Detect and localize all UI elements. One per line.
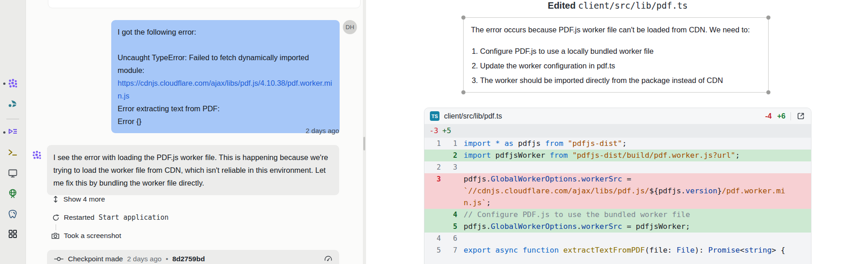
sidebar-item-apps[interactable] xyxy=(7,228,18,239)
rollback-icon[interactable] xyxy=(324,255,333,263)
diff-row-added: 4// Configure PDF.js to use the bundled … xyxy=(424,209,811,221)
globe-icon xyxy=(7,188,18,199)
sidebar-item-tasks[interactable] xyxy=(7,127,18,138)
edit-title: Edited client/src/lib/pdf.ts xyxy=(424,0,811,11)
sidebar-item-webview[interactable] xyxy=(7,188,18,199)
diff-row-context: 46 xyxy=(424,233,811,244)
summary-intro: The error occurs because PDF.js worker f… xyxy=(471,24,761,36)
diff-filename: client/src/lib/pdf.ts xyxy=(444,112,502,120)
edit-preview-panel: Edited client/src/lib/pdf.ts The error o… xyxy=(366,0,868,264)
user-message-error: Uncaught TypeError: Failed to fetch dyna… xyxy=(118,51,333,77)
restarted-label: Restarted xyxy=(64,213,94,222)
selection-handle[interactable] xyxy=(461,90,465,94)
rail-divider xyxy=(6,119,19,119)
user-message-error2: Error extracting text from PDF: xyxy=(118,102,333,115)
icon-rail xyxy=(0,0,26,264)
summary-item: The worker should be imported directly f… xyxy=(480,74,761,86)
diff-row-context: 11import * as pdfjs from "pdfjs-dist"; xyxy=(424,138,811,150)
checkpoint-hash: 8d2759bd xyxy=(172,255,205,263)
log-connector-line xyxy=(56,224,56,230)
header-divider xyxy=(790,112,791,120)
active-indicator-dot xyxy=(3,131,5,134)
edit-title-prefix: Edited xyxy=(548,0,576,10)
hunk-stats-row: -3 +5 xyxy=(424,124,811,138)
typescript-file-icon: TS xyxy=(430,111,439,121)
message-timestamp: 2 days ago xyxy=(306,127,339,135)
summary-item: Configure PDF.js to use a locally bundle… xyxy=(480,45,761,57)
diff-row-context: 57export async function extractTextFromP… xyxy=(424,244,811,256)
refresh-icon xyxy=(52,214,60,222)
previous-message-edge xyxy=(48,0,361,8)
checkpoint-bar[interactable]: Checkpoint made 2 days ago • 8d2759bd xyxy=(47,250,339,264)
agent-icon xyxy=(7,78,18,89)
summary-item: Update the worker configuration in pdf.t… xyxy=(480,60,761,72)
user-message-bubble: I got the following error: Uncaught Type… xyxy=(111,20,340,133)
camera-icon xyxy=(51,232,60,240)
active-indicator-dot xyxy=(3,83,5,85)
sidebar-item-database[interactable] xyxy=(7,209,18,220)
screenshot-label: Took a screenshot xyxy=(64,232,121,240)
scrollbar-thumb[interactable] xyxy=(363,137,365,150)
restarted-log-row[interactable]: Restarted Start application xyxy=(52,213,169,222)
user-message-text: I got the following error: xyxy=(118,26,333,38)
agent-avatar xyxy=(31,150,42,160)
checkpoint-label: Checkpoint made xyxy=(68,255,123,263)
checkpoint-separator: • xyxy=(165,255,168,263)
selection-handle[interactable] xyxy=(766,16,770,20)
diff-header: TS client/src/lib/pdf.ts -4 +6 xyxy=(424,108,811,124)
restarted-target: Start application xyxy=(98,213,169,222)
monitor-icon xyxy=(7,168,18,179)
diff-card: TS client/src/lib/pdf.ts -4 +6 -3 +5 11i… xyxy=(424,108,811,264)
avatar: DH xyxy=(343,20,357,34)
workflow-icon xyxy=(7,98,18,109)
show-more-button[interactable]: Show 4 more xyxy=(52,195,105,203)
show-more-label: Show 4 more xyxy=(63,195,105,203)
chat-panel: I got the following error: Uncaught Type… xyxy=(26,0,363,264)
diff-row-context: 23 xyxy=(424,161,811,173)
screenshot-log-row[interactable]: Took a screenshot xyxy=(51,232,121,240)
selection-handle[interactable] xyxy=(766,90,770,94)
grid-icon xyxy=(7,228,18,239)
total-removed-count: -4 xyxy=(765,112,772,120)
task-list-icon xyxy=(7,127,18,138)
sidebar-item-workflow[interactable] xyxy=(7,98,18,109)
diff-row-added: 5pdfjs.GlobalWorkerOptions.workerSrc = p… xyxy=(424,221,811,233)
commit-icon xyxy=(54,255,64,263)
panel-divider[interactable] xyxy=(363,0,366,264)
hunk-removed-count: -3 xyxy=(429,124,438,138)
terminal-icon xyxy=(7,147,18,158)
sidebar-item-shell[interactable] xyxy=(7,147,18,158)
sidebar-item-agent[interactable] xyxy=(7,78,18,89)
agent-message: I see the error with loading the PDF.js … xyxy=(47,145,339,195)
expand-vertical-icon xyxy=(52,195,59,203)
checkpoint-time: 2 days ago xyxy=(127,255,162,263)
user-message-error3: Error {} xyxy=(118,115,333,128)
error-module-link[interactable]: https://cdnjs.cloudflare.com/ajax/libs/p… xyxy=(118,77,333,102)
hunk-added-count: +5 xyxy=(442,124,451,138)
open-file-icon[interactable] xyxy=(796,111,806,121)
postgresql-icon xyxy=(7,209,18,220)
selection-handle[interactable] xyxy=(461,16,465,20)
edit-summary-box[interactable]: The error occurs because PDF.js worker f… xyxy=(463,17,769,93)
diff-code-area: 11import * as pdfjs from "pdfjs-dist";2i… xyxy=(424,138,811,256)
sidebar-item-console[interactable] xyxy=(7,168,18,179)
diff-row-removed: 3pdfjs.GlobalWorkerOptions.workerSrc = `… xyxy=(424,173,811,209)
total-added-count: +6 xyxy=(777,112,785,120)
edit-title-file: client/src/lib/pdf.ts xyxy=(578,0,687,10)
diff-row-added: 2import pdfjsWorker from "pdfjs-dist/bui… xyxy=(424,150,811,161)
summary-list: Configure PDF.js to use a locally bundle… xyxy=(480,45,761,86)
